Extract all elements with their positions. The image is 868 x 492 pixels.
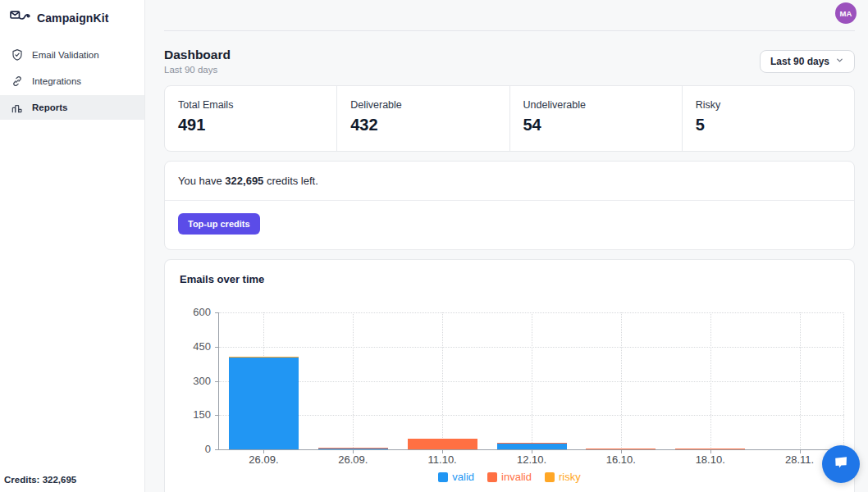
stats-row: Total Emails491Deliverable432Undeliverab… [164, 85, 855, 152]
y-axis-label: 600 [178, 307, 211, 318]
legend-swatch-risky [545, 472, 555, 482]
stat-card-undeliverable: Undeliverable54 [509, 86, 682, 151]
y-axis-label: 300 [178, 376, 211, 387]
y-axis-tick [215, 415, 219, 416]
y-axis-tick [215, 347, 219, 348]
legend-swatch-invalid [487, 472, 497, 482]
y-axis-tick [215, 449, 219, 450]
x-axis-label: 26.09. [338, 453, 368, 466]
bar-segment-invalid [586, 449, 656, 449]
chevron-down-icon [835, 56, 844, 67]
stat-card-total-emails: Total Emails491 [165, 86, 336, 151]
bar-1610-4[interactable] [586, 449, 656, 449]
x-axis-label: 11.10. [428, 453, 457, 466]
bar-segment-valid [318, 449, 388, 449]
page-title: Dashboard [164, 48, 231, 62]
page-header: Dashboard Last 90 days Last 90 days [164, 48, 855, 75]
chart-plot-area: 015030045060026.09.26.09.11.10.12.10.16.… [218, 312, 844, 450]
stat-value: 491 [178, 116, 323, 134]
x-axis-label: 26.09. [249, 453, 278, 466]
chat-launcher-button[interactable] [822, 445, 860, 483]
bar-segment-valid [229, 358, 299, 449]
y-axis-label: 150 [178, 409, 211, 421]
stat-card-deliverable: Deliverable432 [336, 86, 509, 151]
sidebar-item-label: Integrations [32, 76, 81, 86]
gridline-vertical [532, 312, 532, 449]
chart-legend: validinvalidrisky [165, 471, 854, 483]
date-range-dropdown[interactable]: Last 90 days [760, 50, 855, 73]
bar-2609-0[interactable] [229, 357, 299, 449]
stat-label: Deliverable [350, 99, 496, 111]
emails-over-time-card: Emails over time 015030045060026.09.26.0… [164, 259, 855, 492]
app-name: CampaignKit [37, 11, 108, 25]
stat-value: 5 [696, 116, 841, 134]
top-up-credits-button[interactable]: Top-up credits [178, 213, 260, 235]
x-axis-label: 28.11. [785, 453, 814, 466]
sidebar-nav: Email ValidationIntegrationsReports [0, 43, 144, 120]
emails-over-time-chart: 015030045060026.09.26.09.11.10.12.10.16.… [218, 312, 844, 450]
stat-card-risky: Risky5 [682, 86, 854, 151]
credits-card: You have 322,695 credits left. Top-up cr… [164, 161, 855, 250]
bar-1810-5[interactable] [675, 449, 745, 449]
legend-item-invalid[interactable]: invalid [487, 471, 532, 483]
topbar: MA [164, 0, 855, 31]
credits-amount: 322,695 [225, 175, 263, 187]
bar-segment-invalid [408, 439, 477, 449]
sidebar-item-label: Reports [32, 102, 67, 112]
sidebar-item-integrations[interactable]: Integrations [0, 69, 144, 93]
gridline-vertical [710, 312, 711, 449]
bar-chart-icon [11, 101, 24, 114]
stat-label: Risky [696, 99, 841, 111]
stat-value: 54 [523, 116, 669, 134]
gridline-vertical [800, 312, 801, 449]
chart-title: Emails over time [180, 273, 854, 285]
stat-label: Undeliverable [523, 99, 669, 111]
sidebar-credits-footer: Credits: 322,695 [4, 475, 76, 485]
x-axis-label: 16.10. [606, 453, 636, 466]
credits-message: You have 322,695 credits left. [165, 162, 854, 201]
gridline-vertical [353, 312, 354, 449]
bar-2609-1[interactable] [318, 448, 388, 449]
page-subtitle: Last 90 days [164, 65, 231, 75]
main-area: MA Dashboard Last 90 days Last 90 days T… [145, 0, 868, 492]
date-range-label: Last 90 days [770, 56, 829, 67]
link-icon [11, 75, 24, 88]
legend-label: risky [559, 471, 581, 483]
gridline-vertical [843, 312, 844, 449]
sidebar-item-reports[interactable]: Reports [0, 95, 144, 120]
legend-item-risky[interactable]: risky [545, 471, 581, 483]
gridline-vertical [442, 312, 443, 449]
y-axis-label: 450 [178, 341, 211, 353]
y-axis-tick [215, 381, 219, 382]
mail-swoosh-icon [10, 9, 30, 26]
gridline-vertical [621, 312, 622, 449]
legend-item-valid[interactable]: valid [438, 471, 474, 483]
legend-label: invalid [501, 471, 532, 483]
bar-segment-invalid [675, 449, 745, 449]
x-axis-label: 12.10. [517, 453, 546, 466]
y-axis-label: 0 [178, 444, 211, 455]
bar-1210-3[interactable] [497, 443, 567, 449]
bar-segment-valid [497, 444, 567, 449]
sidebar-item-email-validation[interactable]: Email Validation [0, 43, 144, 67]
x-axis-label: 18.10. [696, 453, 725, 466]
app-logo[interactable]: CampaignKit [0, 0, 144, 35]
chat-bubble-icon [831, 453, 851, 476]
stat-value: 432 [350, 116, 496, 134]
user-avatar[interactable]: MA [835, 2, 857, 24]
stat-label: Total Emails [178, 99, 323, 111]
shield-check-icon [11, 48, 24, 61]
sidebar-item-label: Email Validation [32, 50, 99, 60]
sidebar: CampaignKit Email ValidationIntegrations… [0, 0, 145, 492]
legend-swatch-valid [438, 472, 448, 482]
bar-1110-2[interactable] [408, 439, 477, 449]
y-axis-tick [215, 312, 219, 313]
legend-label: valid [452, 471, 474, 483]
